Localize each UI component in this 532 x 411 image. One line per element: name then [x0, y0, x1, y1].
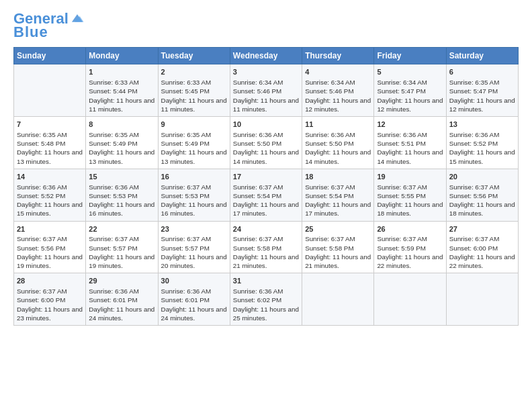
logo-blue: Blue — [13, 24, 48, 40]
calendar-cell: 12Sunrise: 6:36 AMSunset: 5:51 PMDayligh… — [374, 117, 446, 169]
daylight-text: Daylight: 11 hours and 14 minutes. — [377, 148, 443, 165]
calendar-cell — [302, 273, 374, 326]
sunrise-text: Sunrise: 6:37 AM — [161, 183, 227, 191]
sunset-text: Sunset: 5:53 PM — [161, 191, 227, 200]
sunrise-text: Sunrise: 6:35 AM — [449, 78, 515, 87]
sunrise-text: Sunrise: 6:33 AM — [89, 78, 154, 87]
daylight-text: Daylight: 11 hours and 25 minutes. — [233, 305, 299, 322]
day-number: 11 — [305, 120, 371, 130]
sunset-text: Sunset: 5:46 PM — [305, 87, 371, 95]
sunrise-text: Sunrise: 6:33 AM — [161, 78, 227, 87]
calendar-cell: 22Sunrise: 6:37 AMSunset: 5:57 PMDayligh… — [86, 221, 158, 273]
sunset-text: Sunset: 5:49 PM — [161, 139, 227, 148]
day-number: 30 — [161, 276, 227, 286]
calendar-cell: 7Sunrise: 6:35 AMSunset: 5:48 PMDaylight… — [14, 117, 86, 169]
calendar-cell: 15Sunrise: 6:36 AMSunset: 5:53 PMDayligh… — [86, 169, 158, 221]
sunset-text: Sunset: 5:59 PM — [377, 244, 443, 253]
day-number: 29 — [89, 276, 154, 286]
calendar-cell: 6Sunrise: 6:35 AMSunset: 5:47 PMDaylight… — [446, 64, 518, 117]
sunrise-text: Sunrise: 6:37 AM — [161, 234, 227, 243]
daylight-text: Daylight: 11 hours and 16 minutes. — [161, 200, 227, 218]
daylight-text: Daylight: 11 hours and 21 minutes. — [305, 253, 371, 270]
daylight-text: Daylight: 11 hours and 23 minutes. — [17, 305, 83, 322]
daylight-text: Daylight: 11 hours and 21 minutes. — [233, 253, 299, 270]
daylight-text: Daylight: 11 hours and 15 minutes. — [17, 200, 83, 218]
daylight-text: Daylight: 11 hours and 11 minutes. — [161, 96, 227, 113]
sunset-text: Sunset: 5:54 PM — [305, 191, 371, 200]
col-header-wednesday: Wednesday — [230, 48, 302, 64]
col-header-friday: Friday — [374, 48, 446, 64]
day-number: 20 — [449, 172, 515, 182]
calendar-cell: 24Sunrise: 6:37 AMSunset: 5:58 PMDayligh… — [230, 221, 302, 273]
day-number: 23 — [161, 224, 227, 234]
day-number: 12 — [377, 120, 443, 130]
sunset-text: Sunset: 5:48 PM — [17, 139, 83, 148]
daylight-text: Daylight: 11 hours and 15 minutes. — [449, 148, 515, 165]
daylight-text: Daylight: 11 hours and 11 minutes. — [89, 96, 154, 113]
sunrise-text: Sunrise: 6:36 AM — [449, 130, 515, 139]
sunset-text: Sunset: 5:55 PM — [377, 191, 443, 200]
sunrise-text: Sunrise: 6:37 AM — [305, 234, 371, 243]
daylight-text: Daylight: 11 hours and 14 minutes. — [305, 148, 371, 165]
day-number: 27 — [449, 224, 515, 234]
sunrise-text: Sunrise: 6:34 AM — [233, 78, 299, 87]
sunrise-text: Sunrise: 6:37 AM — [233, 234, 299, 243]
sunset-text: Sunset: 5:56 PM — [449, 191, 515, 200]
col-header-saturday: Saturday — [446, 48, 518, 64]
calendar-cell: 1Sunrise: 6:33 AMSunset: 5:44 PMDaylight… — [86, 64, 158, 117]
day-number: 18 — [305, 172, 371, 182]
calendar-cell: 23Sunrise: 6:37 AMSunset: 5:57 PMDayligh… — [158, 221, 230, 273]
daylight-text: Daylight: 11 hours and 13 minutes. — [17, 148, 83, 165]
daylight-text: Daylight: 11 hours and 20 minutes. — [161, 253, 227, 270]
sunset-text: Sunset: 5:52 PM — [17, 191, 83, 200]
calendar-cell: 25Sunrise: 6:37 AMSunset: 5:58 PMDayligh… — [302, 221, 374, 273]
calendar-cell: 3Sunrise: 6:34 AMSunset: 5:46 PMDaylight… — [230, 64, 302, 117]
day-number: 4 — [305, 67, 371, 77]
calendar-cell: 5Sunrise: 6:34 AMSunset: 5:47 PMDaylight… — [374, 64, 446, 117]
calendar-cell — [374, 273, 446, 326]
calendar-cell: 10Sunrise: 6:36 AMSunset: 5:50 PMDayligh… — [230, 117, 302, 169]
sunset-text: Sunset: 5:47 PM — [449, 87, 515, 95]
sunset-text: Sunset: 5:46 PM — [233, 87, 299, 95]
daylight-text: Daylight: 11 hours and 19 minutes. — [17, 253, 83, 270]
sunrise-text: Sunrise: 6:36 AM — [233, 287, 299, 295]
daylight-text: Daylight: 11 hours and 13 minutes. — [161, 148, 227, 165]
sunrise-text: Sunrise: 6:35 AM — [161, 130, 227, 139]
day-number: 17 — [233, 172, 299, 182]
sunrise-text: Sunrise: 6:34 AM — [377, 78, 443, 87]
day-number: 21 — [17, 224, 83, 234]
calendar-cell: 21Sunrise: 6:37 AMSunset: 5:56 PMDayligh… — [14, 221, 86, 273]
sunrise-text: Sunrise: 6:36 AM — [305, 130, 371, 139]
calendar-cell: 26Sunrise: 6:37 AMSunset: 5:59 PMDayligh… — [374, 221, 446, 273]
sunset-text: Sunset: 5:53 PM — [89, 191, 154, 200]
sunset-text: Sunset: 5:44 PM — [89, 87, 154, 95]
day-number: 28 — [17, 276, 83, 286]
daylight-text: Daylight: 11 hours and 18 minutes. — [377, 200, 443, 218]
daylight-text: Daylight: 11 hours and 16 minutes. — [89, 200, 154, 218]
sunrise-text: Sunrise: 6:37 AM — [377, 183, 443, 191]
calendar-cell: 14Sunrise: 6:36 AMSunset: 5:52 PMDayligh… — [14, 169, 86, 221]
sunrise-text: Sunrise: 6:37 AM — [233, 183, 299, 191]
sunset-text: Sunset: 6:00 PM — [17, 295, 83, 304]
sunset-text: Sunset: 5:57 PM — [89, 244, 154, 253]
sunrise-text: Sunrise: 6:37 AM — [377, 234, 443, 243]
calendar-cell: 17Sunrise: 6:37 AMSunset: 5:54 PMDayligh… — [230, 169, 302, 221]
sunset-text: Sunset: 5:51 PM — [377, 139, 443, 148]
day-number: 19 — [377, 172, 443, 182]
day-number: 7 — [17, 120, 83, 130]
daylight-text: Daylight: 11 hours and 18 minutes. — [449, 200, 515, 218]
sunset-text: Sunset: 5:56 PM — [17, 244, 83, 253]
calendar-cell: 30Sunrise: 6:36 AMSunset: 6:01 PMDayligh… — [158, 273, 230, 326]
sunrise-text: Sunrise: 6:34 AM — [305, 78, 371, 87]
day-number: 14 — [17, 172, 83, 182]
calendar-cell: 19Sunrise: 6:37 AMSunset: 5:55 PMDayligh… — [374, 169, 446, 221]
day-number: 16 — [161, 172, 227, 182]
sunrise-text: Sunrise: 6:36 AM — [17, 183, 83, 191]
calendar-cell: 13Sunrise: 6:36 AMSunset: 5:52 PMDayligh… — [446, 117, 518, 169]
daylight-text: Daylight: 11 hours and 14 minutes. — [233, 148, 299, 165]
sunset-text: Sunset: 5:47 PM — [377, 87, 443, 95]
sunset-text: Sunset: 6:01 PM — [161, 295, 227, 304]
sunrise-text: Sunrise: 6:36 AM — [233, 130, 299, 139]
daylight-text: Daylight: 11 hours and 22 minutes. — [449, 253, 515, 270]
sunrise-text: Sunrise: 6:37 AM — [449, 234, 515, 243]
